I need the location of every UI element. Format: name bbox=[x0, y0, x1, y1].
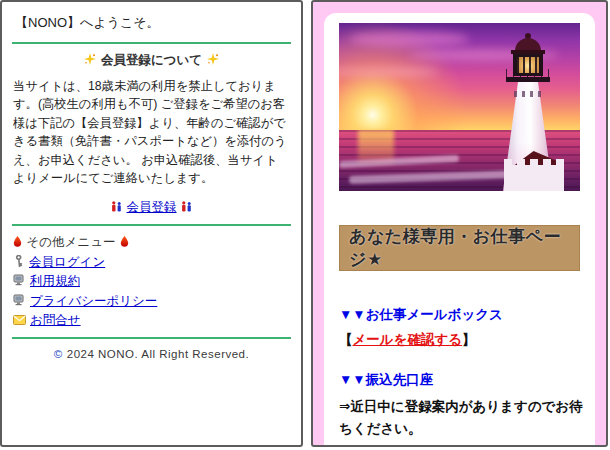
computer-icon bbox=[13, 294, 26, 309]
sparkle-icon bbox=[84, 53, 96, 68]
registration-section-heading: 会員登録について bbox=[10, 52, 293, 69]
bank-account-notice: ⇒近日中に登録案内がありますのでお待ちください。 bbox=[339, 396, 589, 439]
privacy-link[interactable]: プライバシーポリシー bbox=[30, 293, 157, 310]
lighthouse bbox=[492, 33, 564, 191]
check-mail-link[interactable]: メールを確認する bbox=[353, 332, 463, 347]
droplet-icon bbox=[13, 236, 22, 250]
bank-account-heading: ▼▼振込先口座 bbox=[339, 371, 580, 389]
registration-notice: 当サイトは、18歳未満の利用を禁止しております。(高校生の利用も不可) ご登録を… bbox=[10, 77, 293, 188]
email-icon bbox=[13, 314, 26, 328]
people-pair-icon bbox=[181, 201, 192, 215]
page-title: 【NONO】へようこそ。 bbox=[10, 8, 293, 34]
copyright-text: 2024 NONO. All Right Reserved. bbox=[67, 348, 249, 360]
menu-heading-text: その他メニュー bbox=[26, 235, 115, 249]
menu-item-login[interactable]: 会員ログイン bbox=[10, 254, 293, 271]
lighthouse-photo bbox=[339, 23, 580, 191]
menu-item-contact[interactable]: お問合せ bbox=[10, 312, 293, 329]
divider bbox=[12, 42, 291, 44]
work-page-content: あなた様専用・お仕事ページ★ ▼▼お仕事メールボックス 【メールを確認する】 ▼… bbox=[324, 13, 595, 447]
menu-item-terms[interactable]: 利用規約 bbox=[10, 273, 293, 290]
sparkle-icon bbox=[207, 53, 219, 68]
contact-link[interactable]: お問合せ bbox=[30, 312, 81, 329]
copyright: ©2024 NONO. All Right Reserved. bbox=[10, 348, 293, 360]
key-icon bbox=[13, 255, 25, 270]
bracket-close: 】 bbox=[462, 332, 476, 347]
menu-item-privacy[interactable]: プライバシーポリシー bbox=[10, 293, 293, 310]
menu-heading: その他メニュー bbox=[10, 234, 293, 251]
bracket-open: 【 bbox=[339, 332, 353, 347]
people-pair-icon bbox=[111, 201, 122, 215]
computer-icon bbox=[13, 274, 26, 289]
check-mail-row: 【メールを確認する】 bbox=[339, 331, 580, 349]
terms-link[interactable]: 利用規約 bbox=[30, 273, 80, 290]
register-link-row: 会員登録 bbox=[10, 199, 293, 216]
work-page-banner: あなた様専用・お仕事ページ★ bbox=[339, 225, 580, 271]
droplet-icon bbox=[120, 236, 129, 250]
work-page-panel: あなた様専用・お仕事ページ★ ▼▼お仕事メールボックス 【メールを確認する】 ▼… bbox=[311, 0, 608, 447]
divider bbox=[12, 337, 291, 339]
divider bbox=[12, 224, 291, 226]
welcome-panel: 【NONO】へようこそ。 会員登録について 当サイトは、18歳未満の利用を禁止し… bbox=[0, 0, 303, 447]
login-link[interactable]: 会員ログイン bbox=[29, 254, 105, 271]
mailbox-heading: ▼▼お仕事メールボックス bbox=[339, 306, 580, 324]
registration-heading-text: 会員登録について bbox=[101, 53, 202, 67]
copyright-symbol: © bbox=[54, 348, 63, 360]
register-link[interactable]: 会員登録 bbox=[127, 200, 177, 214]
